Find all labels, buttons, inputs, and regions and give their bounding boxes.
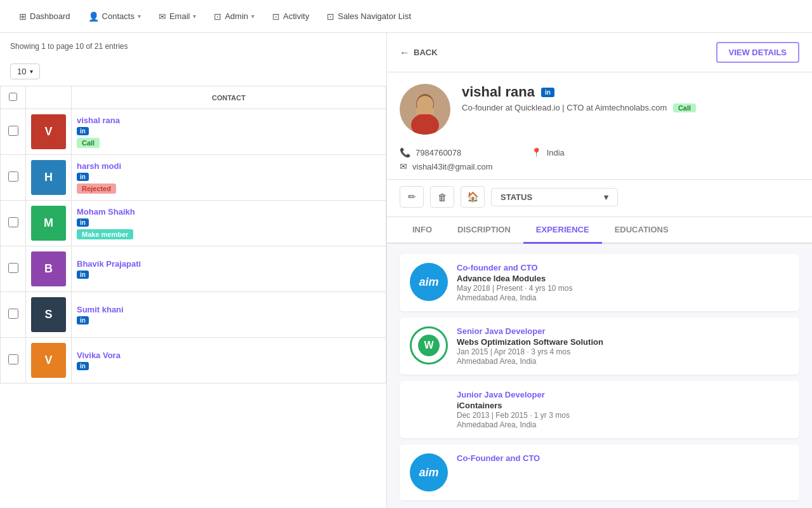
nav-dashboard[interactable]: ⊞ Dashboard	[10, 0, 79, 33]
linkedin-badge[interactable]: in	[77, 218, 89, 227]
delete-button[interactable]: 🗑	[430, 186, 454, 208]
experience-card: aim Co-founder and CTO Advance Idea Modu…	[400, 254, 799, 311]
row-checkbox[interactable]	[8, 217, 18, 227]
nav-sales-navigator[interactable]: ⊡ Sales Navigator List	[318, 0, 420, 33]
linkedin-badge[interactable]: in	[77, 362, 89, 370]
row-avatar-cell: S	[26, 292, 72, 338]
profile-name: vishal rana	[462, 84, 535, 100]
status-chevron: ▾	[604, 192, 608, 202]
experience-info: Junior Java Developer iContainers Dec 20…	[457, 390, 789, 429]
status-dropdown[interactable]: STATUS ▾	[491, 188, 618, 206]
exp-duration: Dec 2013 | Feb 2015 · 1 yr 3 mos	[457, 411, 789, 420]
table-row[interactable]: VVivika Vorain	[1, 338, 386, 384]
contact-name[interactable]: Moham Shaikh	[77, 207, 381, 217]
status-badge: Call	[77, 138, 100, 148]
nav-activity[interactable]: ⊡ Activity	[263, 0, 318, 33]
row-checkbox-cell	[1, 201, 26, 246]
tabs: INFO DISCRIPTION EXPERIENCE EDUCATIONS	[387, 217, 812, 244]
exp-title: Co-founder and CTO	[457, 263, 789, 272]
select-all-checkbox[interactable]	[9, 93, 17, 101]
contact-name[interactable]: Vivika Vora	[77, 351, 381, 360]
col-avatar	[26, 86, 72, 109]
table-row[interactable]: SSumit khaniin	[1, 292, 386, 338]
navbar: ⊞ Dashboard 👤 Contacts ▾ ✉ Email ▾ ⊡ Adm…	[0, 0, 812, 33]
linkedin-badge[interactable]: in	[77, 127, 89, 135]
showing-text: Showing 1 to page 10 of 21 entries	[0, 33, 386, 60]
right-header: ← BACK VIEW DETAILS	[387, 33, 812, 72]
row-checkbox[interactable]	[8, 354, 18, 364]
aim-logo: aim	[410, 453, 448, 491]
linkedin-badge[interactable]: in	[77, 173, 89, 181]
row-checkbox-cell	[1, 292, 26, 338]
exp-duration: May 2018 | Present · 4 yrs 10 mos	[457, 284, 789, 293]
row-checkbox[interactable]	[8, 126, 18, 136]
home-button[interactable]: 🏠	[461, 186, 485, 208]
avatar: V	[31, 343, 66, 378]
main-layout: Showing 1 to page 10 of 21 entries 10 ▾ …	[0, 33, 812, 508]
profile-linkedin-badge[interactable]: in	[541, 88, 554, 97]
row-avatar-cell: H	[26, 155, 72, 201]
admin-icon: ⊡	[214, 11, 221, 22]
experience-info: Co-founder and CTO Advance Idea Modules …	[457, 263, 789, 302]
avatar: V	[31, 114, 66, 149]
phone-icon: 📞	[400, 147, 410, 157]
row-avatar-cell: V	[26, 109, 72, 155]
nav-admin[interactable]: ⊡ Admin ▾	[205, 0, 263, 33]
email-icon: ✉	[159, 11, 166, 22]
contact-name[interactable]: vishal rana	[77, 116, 381, 125]
profile-info: vishal rana in Co-founder at Quicklead.i…	[462, 84, 799, 114]
profile-call-badge: Call	[673, 104, 696, 112]
right-panel: ← BACK VIEW DETAILS vishal rana in	[387, 33, 812, 508]
experience-list: aim Co-founder and CTO Advance Idea Modu…	[387, 244, 812, 508]
contacts-icon: 👤	[88, 11, 99, 22]
location-info: 📍 India	[531, 147, 565, 157]
page-select-chevron: ▾	[30, 68, 33, 75]
avatar: M	[31, 206, 66, 241]
contact-name[interactable]: Bhavik Prajapati	[77, 259, 381, 269]
action-row: ✏ 🗑 🏠 STATUS ▾	[387, 180, 812, 217]
contact-name[interactable]: Sumit khani	[77, 305, 381, 314]
row-checkbox-cell	[1, 338, 26, 384]
tab-experience[interactable]: EXPERIENCE	[523, 217, 602, 244]
table-row[interactable]: BBhavik Prajapatiin	[1, 246, 386, 292]
edit-icon: ✏	[408, 191, 416, 203]
view-details-button[interactable]: VIEW DETAILS	[716, 42, 799, 63]
row-checkbox[interactable]	[8, 263, 18, 273]
delete-icon: 🗑	[438, 192, 447, 203]
experience-card: Junior Java Developer iContainers Dec 20…	[400, 381, 799, 438]
tab-description[interactable]: DISCRIPTION	[445, 217, 523, 244]
profile-section: vishal rana in Co-founder at Quicklead.i…	[387, 72, 812, 141]
page-select[interactable]: 10 ▾	[10, 64, 40, 79]
status-badge: Make member	[77, 229, 133, 239]
row-contact-cell: vishal ranainCall	[72, 109, 386, 155]
linkedin-badge[interactable]: in	[77, 316, 89, 324]
back-button[interactable]: ← BACK	[400, 47, 438, 58]
email-info: ✉ vishal43it@gmail.com	[400, 161, 493, 171]
phone-info: 📞 7984760078	[400, 147, 493, 157]
table-row[interactable]: MMoham ShaikhinMake member	[1, 201, 386, 246]
back-arrow-icon: ←	[400, 47, 410, 58]
row-checkbox[interactable]	[8, 171, 18, 182]
tab-info[interactable]: INFO	[400, 217, 445, 244]
edit-button[interactable]: ✏	[400, 186, 424, 208]
contact-name[interactable]: harsh modi	[77, 161, 381, 171]
icontainers-logo	[410, 390, 448, 428]
table-row[interactable]: Vvishal ranainCall	[1, 109, 386, 155]
exp-location: Ahmedabad Area, India	[457, 357, 789, 366]
nav-contacts[interactable]: 👤 Contacts ▾	[79, 0, 150, 33]
status-badge: Rejected	[77, 184, 116, 194]
table-row[interactable]: Hharsh modiinRejected	[1, 155, 386, 201]
contact-table: CONTACT Vvishal ranainCallHharsh modiinR…	[0, 86, 386, 384]
admin-chevron: ▾	[251, 13, 254, 20]
row-checkbox-cell	[1, 246, 26, 292]
email-contact-icon: ✉	[400, 161, 407, 171]
experience-card: aim Co-Founder and CTO	[400, 444, 799, 500]
nav-email[interactable]: ✉ Email ▾	[150, 0, 206, 33]
tab-educations[interactable]: EDUCATIONS	[602, 217, 681, 244]
row-checkbox[interactable]	[8, 309, 18, 319]
exp-company: Advance Idea Modules	[457, 274, 789, 283]
row-avatar-cell: M	[26, 201, 72, 246]
exp-location: Ahmedabad Area, India	[457, 293, 789, 302]
exp-title: Co-Founder and CTO	[457, 453, 789, 463]
linkedin-badge[interactable]: in	[77, 271, 89, 279]
